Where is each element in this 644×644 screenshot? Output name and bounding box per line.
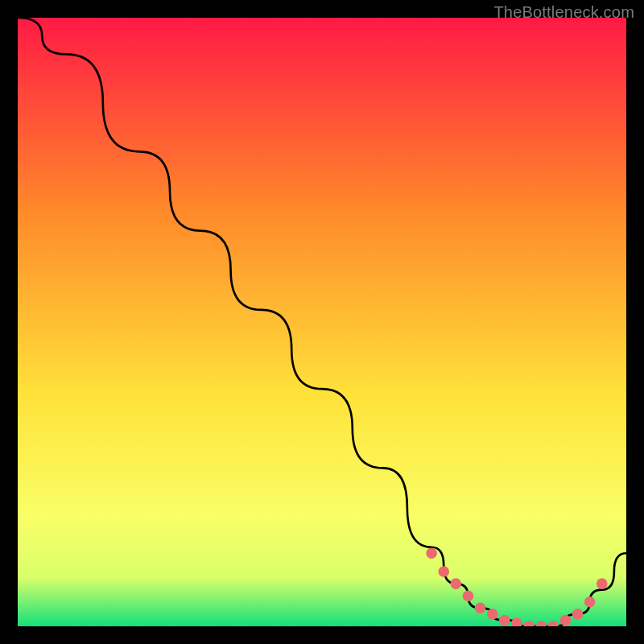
marker-dot xyxy=(535,621,547,626)
marker-dot xyxy=(597,578,608,589)
marker-dot xyxy=(475,603,486,614)
marker-dot xyxy=(487,609,498,620)
marker-dot xyxy=(463,590,474,601)
marker-dot xyxy=(451,578,462,589)
marker-dot xyxy=(547,621,559,626)
chart-plot-area xyxy=(18,18,626,626)
chart-curve-layer xyxy=(18,18,626,626)
bottleneck-curve-path xyxy=(18,18,626,626)
watermark-text: TheBottleneck.com xyxy=(493,3,634,22)
marker-dot xyxy=(426,547,437,559)
recommended-range-markers xyxy=(426,547,607,626)
marker-dot xyxy=(560,615,572,626)
marker-dot xyxy=(511,617,522,626)
marker-dot xyxy=(584,597,596,608)
marker-dot xyxy=(438,566,449,577)
marker-dot xyxy=(499,615,510,626)
marker-dot xyxy=(523,621,535,626)
marker-dot xyxy=(572,609,584,620)
